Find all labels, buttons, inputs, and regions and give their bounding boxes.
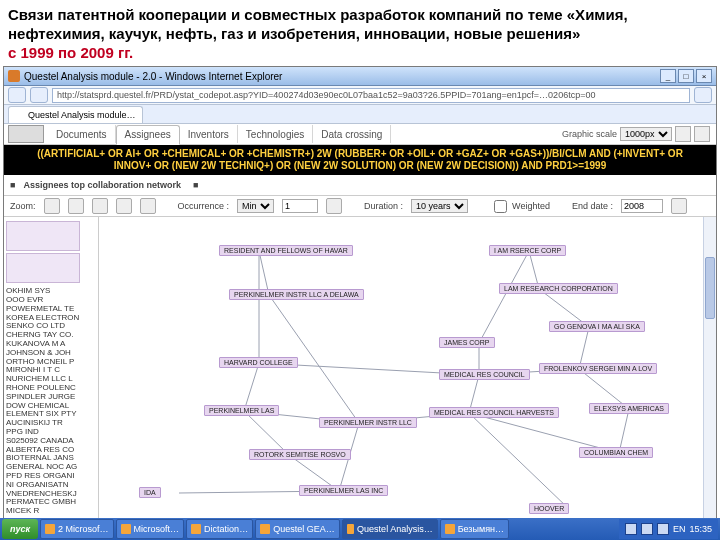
tab-inventors[interactable]: Inventors: [180, 125, 238, 143]
tab-assignees[interactable]: Assignees: [116, 125, 180, 145]
network-node[interactable]: ELEXSYS AMERICAS: [589, 403, 669, 414]
windows-taskbar[interactable]: пуск 2 Microsof…Microsoft…Dictation…Ques…: [0, 518, 720, 540]
assignee-item[interactable]: S025092 CANADA: [6, 437, 98, 446]
assignee-item[interactable]: AUCINISKIJ TR: [6, 419, 98, 428]
network-node[interactable]: LAM RESEARCH CORPORATION: [499, 283, 618, 294]
network-node[interactable]: HOOVER: [529, 503, 569, 514]
assignee-item[interactable]: VNEDRENCHESKJ: [6, 490, 98, 499]
start-button[interactable]: пуск: [2, 519, 38, 539]
zoom-tool-1[interactable]: [44, 198, 60, 214]
assignee-item[interactable]: OKHIM SYS: [6, 287, 98, 296]
tab-documents[interactable]: Documents: [48, 125, 116, 143]
task-icon: [260, 524, 270, 534]
scale-plus-button[interactable]: [694, 126, 710, 142]
assignee-item[interactable]: NI ORGANISATN: [6, 481, 98, 490]
zoom-tool-5[interactable]: [140, 198, 156, 214]
network-node[interactable]: MEDICAL RES COUNCIL: [439, 369, 530, 380]
assignee-item[interactable]: PPG IND: [6, 428, 98, 437]
duration-select[interactable]: 10 years: [411, 199, 468, 213]
assignee-item[interactable]: POWERMETAL TE: [6, 305, 98, 314]
assignee-item[interactable]: PFD RES ORGANI: [6, 472, 98, 481]
assignee-item[interactable]: OOO EVR: [6, 296, 98, 305]
assignee-item[interactable]: RHONE POULENC: [6, 384, 98, 393]
language-indicator[interactable]: EN: [673, 524, 686, 534]
assignee-item[interactable]: BIOTERNAL JANS: [6, 454, 98, 463]
taskbar-task[interactable]: 2 Microsof…: [40, 519, 114, 539]
favicon-icon: [8, 70, 20, 82]
tray-icon[interactable]: [657, 523, 669, 535]
window-titlebar[interactable]: Questel Analysis module - 2.0 - Windows …: [4, 67, 716, 86]
thumbnail-1[interactable]: [6, 221, 80, 251]
taskbar-task[interactable]: Безымян…: [440, 519, 509, 539]
network-node[interactable]: PERKINELMER LAS: [204, 405, 279, 416]
enddate-input[interactable]: [621, 199, 663, 213]
assignee-item[interactable]: NURICHEM LLC L: [6, 375, 98, 384]
network-node[interactable]: COLUMBIAN CHEM: [579, 447, 653, 458]
scale-minus-button[interactable]: [675, 126, 691, 142]
network-node[interactable]: GO GENOVA I MA ALI SKA: [549, 321, 645, 332]
tray-icon[interactable]: [641, 523, 653, 535]
assignee-item[interactable]: ORTHO MCNEIL P: [6, 358, 98, 367]
network-node[interactable]: PERKINELMER INSTR LLC: [319, 417, 417, 428]
assignee-item[interactable]: PERMATEC GMBH: [6, 498, 98, 507]
maximize-button[interactable]: □: [678, 69, 694, 83]
zoom-tool-3[interactable]: [92, 198, 108, 214]
tab-data-crossing[interactable]: Data crossing: [313, 125, 391, 143]
url-field[interactable]: http://statsprd.questel.fr/PRD/ystat_cod…: [52, 88, 690, 103]
occurrence-mode-select[interactable]: Min: [237, 199, 274, 213]
zoom-label: Zoom:: [10, 201, 36, 211]
assignee-item[interactable]: SENKO CO LTD: [6, 322, 98, 331]
taskbar-task[interactable]: Microsoft…: [116, 519, 185, 539]
vertical-scrollbar[interactable]: [703, 217, 716, 540]
assignee-item[interactable]: GENERAL NOC AG: [6, 463, 98, 472]
occurrence-go-button[interactable]: [326, 198, 342, 214]
assignee-item[interactable]: JOHNSON & JOH: [6, 349, 98, 358]
task-icon: [45, 524, 55, 534]
weighted-checkbox[interactable]: [494, 200, 507, 213]
clock[interactable]: 15:35: [689, 524, 712, 534]
forward-button[interactable]: [30, 87, 48, 103]
assignee-item[interactable]: SPINDLER JURGE: [6, 393, 98, 402]
back-button[interactable]: [8, 87, 26, 103]
network-node[interactable]: PERKINELMER LAS INC: [299, 485, 388, 496]
network-node[interactable]: MEDICAL RES COUNCIL HARVESTS: [429, 407, 559, 418]
assignee-item[interactable]: MIRONHI I T C: [6, 366, 98, 375]
network-node[interactable]: FROLENKOV SERGEI MIN A LOV: [539, 363, 657, 374]
minimize-button[interactable]: _: [660, 69, 676, 83]
browser-tab[interactable]: Questel Analysis module…: [8, 106, 143, 123]
network-canvas[interactable]: RESIDENT AND FELLOWS OF HAVARI AM RSERCE…: [99, 217, 716, 540]
assignee-item[interactable]: KOREA ELECTRON: [6, 314, 98, 323]
assignee-item[interactable]: DOW CHEMICAL: [6, 402, 98, 411]
system-tray[interactable]: EN 15:35: [619, 519, 718, 539]
network-node[interactable]: ROTORK SEMITISE ROSVO: [249, 449, 351, 460]
close-button[interactable]: ×: [696, 69, 712, 83]
assignee-sidebar[interactable]: OKHIM SYSOOO EVRPOWERMETAL TEKOREA ELECT…: [4, 217, 99, 540]
occurrence-num-input[interactable]: [282, 199, 318, 213]
tray-icon[interactable]: [625, 523, 637, 535]
network-node[interactable]: IDA: [139, 487, 161, 498]
graphic-scale-select[interactable]: 1000px: [620, 127, 672, 141]
network-node[interactable]: JAMES CORP: [439, 337, 495, 348]
network-node[interactable]: I AM RSERCE CORP: [489, 245, 566, 256]
zoom-tool-2[interactable]: [68, 198, 84, 214]
refresh-button[interactable]: [694, 87, 712, 103]
enddate-go-button[interactable]: [671, 198, 687, 214]
tab-technologies[interactable]: Technologies: [238, 125, 313, 143]
query-line2: INNOV+ OR (NEW 2W TECHNIQ+) OR (NEW 2W S…: [114, 160, 606, 171]
assignee-item[interactable]: KUKANOVA M A: [6, 340, 98, 349]
assignee-item[interactable]: CHERNG TAY CO.: [6, 331, 98, 340]
window-title: Questel Analysis module - 2.0 - Windows …: [24, 71, 282, 82]
thumbnail-2[interactable]: [6, 253, 80, 283]
assignee-item[interactable]: MICEK R: [6, 507, 98, 516]
assignee-item[interactable]: ELEMENT SIX PTY: [6, 410, 98, 419]
assignee-list[interactable]: OKHIM SYSOOO EVRPOWERMETAL TEKOREA ELECT…: [6, 287, 98, 516]
taskbar-task[interactable]: Dictation…: [186, 519, 253, 539]
network-node[interactable]: HARVARD COLLEGE: [219, 357, 298, 368]
zoom-tool-4[interactable]: [116, 198, 132, 214]
scroll-thumb[interactable]: [705, 257, 715, 319]
taskbar-task[interactable]: Questel GEA…: [255, 519, 340, 539]
network-node[interactable]: PERKINELMER INSTR LLC A DELAWA: [229, 289, 364, 300]
assignee-item[interactable]: ALBERTA RES CO: [6, 446, 98, 455]
taskbar-task[interactable]: Questel Analysis…: [342, 519, 438, 539]
network-node[interactable]: RESIDENT AND FELLOWS OF HAVAR: [219, 245, 353, 256]
